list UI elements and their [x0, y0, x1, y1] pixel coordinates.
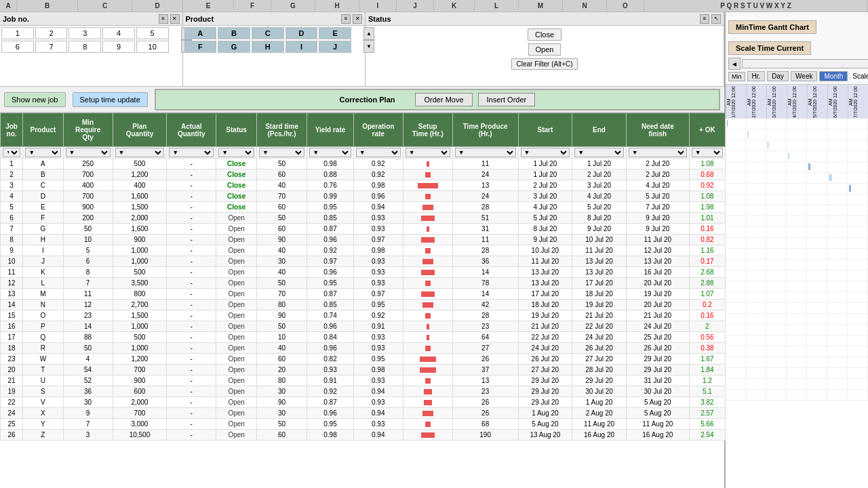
col-M-header: M [519, 0, 563, 12]
gantt-cell [766, 216, 787, 226]
cell-yield-rate: 0.85 [307, 300, 354, 310]
th-start: Start [518, 113, 572, 147]
product-letter-cell[interactable]: J [319, 41, 351, 53]
job-number-cell[interactable]: 4 [102, 27, 135, 39]
insert-order-button[interactable]: Insert Order [478, 93, 536, 106]
cell-status: Close [216, 169, 257, 180]
gantt-min-btn[interactable]: Min [728, 72, 745, 81]
cell-op-rate: 0.94 [353, 408, 403, 419]
job-number-cell[interactable]: 1 [1, 27, 34, 39]
gantt-cell [827, 151, 848, 161]
gantt-nav-prev[interactable]: ◄ [728, 58, 741, 70]
cell-stard-time: 60 [256, 202, 307, 213]
gantt-hr-btn[interactable]: Hr. [747, 71, 766, 81]
status-open-button[interactable]: Open [528, 43, 561, 56]
clear-filter-button[interactable]: Clear Filter (Alt+C) [511, 58, 577, 70]
product-letter-cell[interactable]: B [218, 27, 250, 39]
filter-status[interactable]: ▼ [218, 148, 254, 157]
job-number-cell[interactable]: 3 [68, 27, 101, 39]
job-number-cell[interactable]: 2 [35, 27, 68, 39]
show-new-job-button[interactable]: Show new job [4, 92, 66, 107]
cell-op-rate: 0.92 [353, 169, 403, 180]
cell-end: 13 Jul 20 [572, 267, 627, 278]
filter-start[interactable]: ▼ [521, 148, 570, 157]
cell-product: J [23, 256, 63, 267]
filter-stard-time[interactable]: ▼ [259, 148, 304, 157]
cell-ok: 2.54 [689, 430, 725, 441]
filter-ok[interactable]: ▼ [692, 148, 723, 157]
job-number-cell[interactable]: 10 [136, 41, 169, 53]
product-letter-cell[interactable]: H [252, 41, 284, 53]
cell-need-date: 5 Aug 20 [626, 397, 689, 408]
product-letter-cell[interactable]: A [184, 27, 217, 39]
product-letter-cell[interactable]: E [319, 27, 351, 39]
job-filter-icon1[interactable]: ≡ [159, 14, 168, 24]
cell-ok: 1.08 [689, 191, 725, 202]
th-stard-time: Stard time(Pcs./hr.) [256, 113, 307, 147]
status-close-button[interactable]: Close [528, 28, 561, 41]
gantt-day-btn[interactable]: Day [767, 71, 789, 81]
product-scroll[interactable]: ▲ ▼ [363, 27, 374, 53]
product-letter-cell[interactable]: I [285, 41, 318, 53]
cell-op-rate: 0.93 [353, 419, 403, 430]
cell-need-date: 19 Jul 20 [626, 289, 689, 300]
job-number-cell[interactable]: 6 [1, 41, 34, 53]
job-filter-close[interactable]: ✕ [170, 14, 180, 24]
product-letter-cell[interactable]: C [252, 27, 284, 39]
filter-need-date[interactable]: ▼ [629, 148, 687, 157]
cell-min-req: 8 [63, 267, 113, 278]
product-letter-cell[interactable]: G [218, 41, 250, 53]
filter-op-rate[interactable]: ▼ [356, 148, 401, 157]
product-filter-icon1[interactable]: ≡ [341, 14, 351, 24]
filter-time-produce[interactable]: ▼ [455, 148, 516, 157]
cell-product: K [23, 267, 63, 278]
job-number-cell[interactable]: 7 [35, 41, 68, 53]
job-number-cell[interactable]: 9 [102, 41, 135, 53]
gantt-cell [827, 140, 848, 150]
cell-time-produce: 23 [452, 321, 518, 332]
filter-setup-time[interactable]: ▼ [406, 148, 450, 157]
order-move-button[interactable]: Order Move [415, 93, 472, 106]
filter-yield-rate[interactable]: ▼ [309, 148, 351, 157]
cell-op-rate: 0.93 [353, 397, 403, 408]
job-number-cell[interactable]: 8 [68, 41, 101, 53]
product-letter-cell[interactable]: D [285, 27, 318, 39]
product-filter-close[interactable]: ✕ [353, 14, 362, 24]
cell-job-no: 10 [1, 256, 23, 267]
scale-time-button[interactable]: Scale Time Current [728, 41, 811, 55]
gantt-cell [827, 292, 848, 302]
cell-product: M [23, 289, 63, 300]
product-filter-header: Product ≡ ✕ [183, 12, 366, 26]
status-filter-icon1[interactable]: ≡ [700, 14, 709, 24]
status-filter-cursor[interactable]: ↖ [711, 14, 721, 24]
cell-actual-qty: - [167, 213, 216, 224]
mintime-gantt-button[interactable]: MinTime Gantt Chart [728, 20, 816, 34]
gantt-week-btn[interactable]: Week [791, 71, 817, 81]
gantt-nav-track[interactable] [742, 59, 868, 68]
col-L-header: L [475, 0, 519, 12]
job-number-cell[interactable]: 5 [136, 27, 169, 39]
gantt-month-btn[interactable]: Month [819, 71, 848, 81]
filter-min-req[interactable]: ▼ [66, 148, 111, 157]
product-scroll-up[interactable]: ▲ [363, 27, 374, 40]
product-scroll-down[interactable]: ▼ [363, 40, 374, 53]
gantt-cell [746, 292, 766, 302]
cell-need-date: 9 Jul 20 [626, 224, 689, 235]
cell-product: B [23, 169, 63, 180]
filter-end[interactable]: ▼ [574, 148, 624, 157]
gantt-cell [726, 390, 746, 400]
gantt-cell [746, 140, 766, 150]
filter-product[interactable]: ▼ [25, 148, 60, 157]
cell-end: 11 Aug 20 [572, 419, 627, 430]
cell-need-date: 24 Jul 20 [626, 321, 689, 332]
cell-min-req: 9 [63, 408, 113, 419]
cell-min-req: 23 [63, 310, 113, 321]
filter-job-no[interactable]: ▼ [3, 148, 20, 157]
setup-time-button[interactable]: Setup time update [73, 92, 148, 107]
cell-status: Open [216, 289, 257, 300]
product-letter-cell[interactable]: F [184, 41, 217, 53]
col-K-header: K [434, 0, 475, 12]
filter-actual-qty[interactable]: ▼ [169, 148, 214, 157]
table-row: 21 U 52 900 - Open 80 0.91 0.93 13 29 Ju… [1, 375, 726, 386]
filter-plan-qty[interactable]: ▼ [115, 148, 165, 157]
